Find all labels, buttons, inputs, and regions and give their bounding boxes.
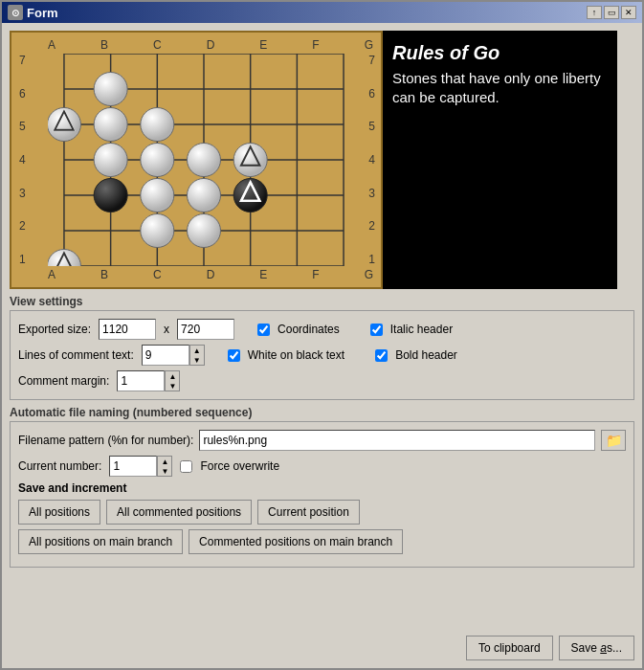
all-commented-btn[interactable]: All commented positions [106, 500, 252, 525]
board-col-labels-top: A B C D E F G [48, 38, 373, 52]
buttons-row-2: All positions on main branch Commented p… [18, 529, 626, 554]
current-num-btns: ▲ ▼ [157, 456, 172, 477]
filename-label: Filename pattern (%n for number): [18, 434, 193, 447]
svg-point-23 [141, 213, 174, 247]
board-row-labels-left: 7 6 5 4 3 2 1 [19, 54, 26, 266]
window-title: Form [27, 6, 58, 20]
current-num-down-btn[interactable]: ▼ [158, 466, 171, 476]
bold-header-label: Bold header [395, 348, 457, 362]
current-number-spinner: ▲ ▼ [109, 456, 172, 477]
main-content: A B C D E F G A B C D E F G [2, 23, 642, 668]
coordinates-label: Coordinates [278, 323, 340, 336]
file-naming-box: Filename pattern (%n for number): 📁 Curr… [10, 421, 634, 568]
current-number-input[interactable] [109, 456, 157, 477]
titlebar: ⊙ Form ↑ ▭ ✕ [2, 2, 642, 23]
bottom-buttons: To clipboard Save as... [10, 632, 634, 660]
svg-point-22 [187, 178, 220, 212]
titlebar-up-btn[interactable]: ↑ [587, 6, 602, 19]
force-overwrite-label: Force overwrite [200, 459, 279, 473]
file-naming-label: Automatic file naming (numbered sequence… [10, 406, 634, 419]
lines-spinner: ▲ ▼ [142, 345, 205, 366]
comment-title: Rules of Go [392, 40, 608, 65]
svg-point-17 [141, 107, 174, 141]
margin-up-btn[interactable]: ▲ [166, 371, 179, 381]
exported-size-label: Exported size: [18, 323, 91, 336]
current-number-row: Current number: ▲ ▼ Force overwrite [18, 456, 626, 477]
comment-margin-input[interactable] [117, 370, 165, 391]
view-settings-label: View settings [10, 295, 634, 308]
filename-input[interactable] [199, 430, 595, 451]
force-overwrite-checkbox[interactable] [180, 460, 192, 473]
titlebar-restore-btn[interactable]: ▭ [604, 6, 619, 19]
comment-text: Stones that have only one liberty can be… [392, 69, 608, 106]
all-positions-main-btn[interactable]: All positions on main branch [18, 529, 183, 554]
settings-row-2: Lines of comment text: ▲ ▼ White on blac… [18, 345, 626, 366]
settings-row-3: Comment margin: ▲ ▼ [18, 370, 626, 391]
save-as-btn[interactable]: Save as... [559, 636, 634, 660]
current-number-label: Current number: [18, 459, 101, 473]
italic-header-label: Italic header [390, 323, 453, 336]
svg-point-20 [187, 143, 220, 176]
svg-point-24 [187, 213, 220, 247]
comment-margin-spinner: ▲ ▼ [117, 370, 180, 391]
titlebar-close-btn[interactable]: ✕ [621, 6, 636, 19]
svg-point-25 [94, 178, 127, 212]
titlebar-buttons: ↑ ▭ ✕ [587, 6, 636, 19]
lines-up-btn[interactable]: ▲ [190, 346, 204, 355]
margin-spinner-btns: ▲ ▼ [165, 370, 180, 391]
filename-row: Filename pattern (%n for number): 📁 [18, 430, 626, 451]
white-on-black-label: White on black text [248, 348, 344, 362]
save-increment-label: Save and increment [18, 481, 626, 495]
board-row-labels-right: 7 6 5 4 3 2 1 [368, 54, 375, 266]
italic-header-checkbox[interactable] [370, 324, 383, 336]
bold-header-checkbox[interactable] [375, 349, 388, 362]
board-grid [48, 54, 360, 266]
lines-down-btn[interactable]: ▼ [190, 355, 204, 365]
settings-row-1: Exported size: x Coordinates Italic head… [18, 319, 626, 340]
commented-positions-main-btn[interactable]: Commented positions on main branch [189, 529, 403, 554]
x-label: x [164, 323, 169, 336]
to-clipboard-btn[interactable]: To clipboard [466, 636, 553, 660]
svg-point-14 [94, 72, 127, 105]
titlebar-left: ⊙ Form [8, 5, 58, 20]
all-positions-btn[interactable]: All positions [18, 500, 100, 525]
buttons-row-1: All positions All commented positions Cu… [18, 500, 626, 525]
window-icon: ⊙ [8, 5, 23, 20]
white-on-black-checkbox[interactable] [228, 349, 240, 362]
lines-comment-label: Lines of comment text: [18, 348, 134, 362]
svg-point-19 [141, 143, 174, 176]
board-area: A B C D E F G A B C D E F G [10, 31, 634, 289]
board-col-labels-bottom: A B C D E F G [48, 268, 373, 281]
margin-down-btn[interactable]: ▼ [166, 381, 179, 391]
save-as-label: Save as... [571, 641, 622, 655]
folder-browse-btn[interactable]: 📁 [601, 430, 626, 451]
coordinates-checkbox[interactable] [257, 324, 270, 336]
height-input[interactable] [177, 319, 234, 340]
svg-point-16 [94, 107, 127, 141]
window: ⊙ Form ↑ ▭ ✕ A B C D E F G [0, 0, 644, 670]
file-naming-section: Automatic file naming (numbered sequence… [10, 406, 634, 568]
view-settings-section: View settings Exported size: x Coordinat… [10, 295, 634, 400]
comment-margin-label: Comment margin: [18, 374, 109, 388]
view-settings-box: Exported size: x Coordinates Italic head… [10, 310, 634, 400]
svg-point-18 [94, 143, 127, 176]
width-input[interactable] [99, 319, 156, 340]
comment-panel: Rules of Go Stones that have only one li… [383, 31, 617, 289]
current-num-up-btn[interactable]: ▲ [158, 457, 171, 466]
lines-input[interactable] [142, 345, 189, 366]
current-position-btn[interactable]: Current position [257, 500, 360, 525]
lines-spinner-btns: ▲ ▼ [189, 345, 205, 366]
svg-point-21 [141, 178, 174, 212]
go-board: A B C D E F G A B C D E F G [10, 31, 383, 289]
